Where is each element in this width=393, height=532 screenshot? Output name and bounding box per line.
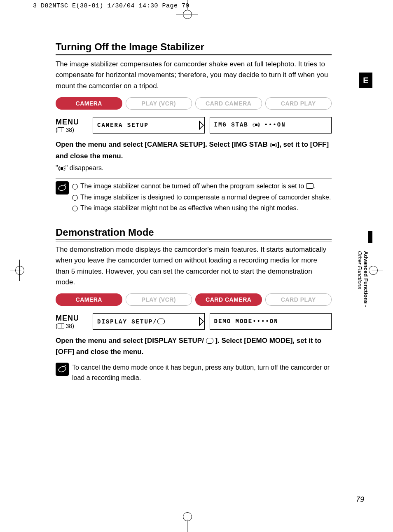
section-title-image-stabilizer: Turning Off the Image Stabilizer [56,41,332,55]
mode-row-1: CAMERA PLAY (VCR) CARD CAMERA CARD PLAY [56,97,332,110]
stabilizer-icon [58,165,66,173]
menu-label: MENU ( 38) [56,118,88,133]
menu-arrow-icon [198,314,205,329]
section1-small-note: " " disappears. [56,164,332,173]
bullet-icon [72,206,78,211]
menu-row-1: MENU ( 38) CAMERA SETUP IMG STAB •••ON [56,117,332,134]
note-text: The image stabilizer is designed to comp… [80,192,331,203]
menu-ref-num: 38 [66,127,73,133]
crop-mark-top [181,0,194,21]
svg-point-9 [58,366,66,373]
svg-point-5 [58,184,66,191]
menu-box-camera-setup: CAMERA SETUP [93,117,205,134]
menu-ref: ( 38) [56,127,88,133]
menu-box-img-stab: IMG STAB •••ON [210,117,332,134]
mode-play-vcr: PLAY (VCR) [126,97,192,110]
stabilizer-icon [253,122,260,129]
section2-instruction: Open the menu and select [DISPLAY SETUP/… [56,335,332,357]
side-caption-sub: Other Functions [357,251,363,289]
menu-word: MENU [56,314,88,323]
menu-arrow-icon [198,117,205,133]
menu-ref: ( 38) [56,323,88,329]
menu-row-2: MENU ( 38) DISPLAY SETUP/ DEMO MODE••••O… [56,313,332,330]
mode-card-play: CARD PLAY [265,293,332,306]
book-icon [58,323,64,328]
svg-rect-3 [272,144,275,146]
mode-row-2: CAMERA PLAY (VCR) CARD CAMERA CARD PLAY [56,293,332,306]
menu-ref-num: 38 [66,323,73,329]
note-item: The image stabilizer might not be as eff… [72,203,331,213]
display-icon [206,338,213,344]
section1-body: The image stabilizer compensates for cam… [56,59,332,91]
note-icon [56,363,72,383]
menu-right-text: DEMO MODE••••ON [214,318,278,325]
side-caption: Advanced Functions - Other Functions [357,251,369,307]
note-icon [56,181,72,214]
note-list: The image stabilizer cannot be turned of… [72,181,331,214]
page-number: 79 [356,495,364,504]
section1-instruction: Open the menu and select [CAMERA SETUP].… [56,139,332,162]
side-caption-main: Advanced Functions - [363,251,369,307]
menu-left-text: CAMERA SETUP [97,122,149,129]
mode-camera: CAMERA [56,97,122,110]
mode-play-vcr: PLAY (VCR) [126,293,192,306]
side-tab-bar [368,231,372,243]
side-tab-language: E [359,73,372,88]
mode-card-play: CARD PLAY [265,97,332,110]
mode-camera: CAMERA [56,293,122,306]
note-block-2: To cancel the demo mode once it has begu… [56,360,332,383]
display-icon [157,319,165,324]
stabilizer-icon [270,140,277,151]
print-header: 3_D82NTSC_E(38-81) 1/30/04 14:30 Page 79 [33,2,189,9]
note-text: To cancel the demo mode once it has begu… [72,363,332,383]
menu-right-text: IMG STAB •••ON [214,122,286,129]
bullet-icon [72,184,78,190]
note-block-1: The image stabilizer cannot be turned of… [56,178,332,214]
menu-box-demo-mode: DEMO MODE••••ON [210,313,332,330]
section2-body: The demonstration mode displays the camc… [56,244,332,288]
mode-card-camera: CARD CAMERA [195,97,262,110]
menu-box-display-setup: DISPLAY SETUP/ [93,313,205,330]
section-title-demo-mode: Demonstration Mode [56,227,332,240]
note-item: The image stabilizer is designed to comp… [72,192,331,203]
menu-left-text: DISPLAY SETUP/ [97,318,165,325]
menu-word: MENU [56,118,88,127]
menu-label: MENU ( 38) [56,314,88,329]
book-icon [58,127,64,132]
note-text: The image stabilizer might not be as eff… [80,203,298,213]
rect-icon [306,183,313,189]
note-text: The image stabilizer cannot be turned of… [80,181,315,192]
crop-mark-bottom [181,507,194,532]
mode-card-camera: CARD CAMERA [195,293,262,306]
crop-mark-left [13,264,26,277]
svg-rect-2 [255,124,257,126]
note-item: The image stabilizer cannot be turned of… [72,181,331,192]
svg-rect-4 [61,167,63,170]
svg-line-6 [64,184,66,185]
bullet-icon [72,195,78,201]
svg-line-10 [64,365,66,367]
